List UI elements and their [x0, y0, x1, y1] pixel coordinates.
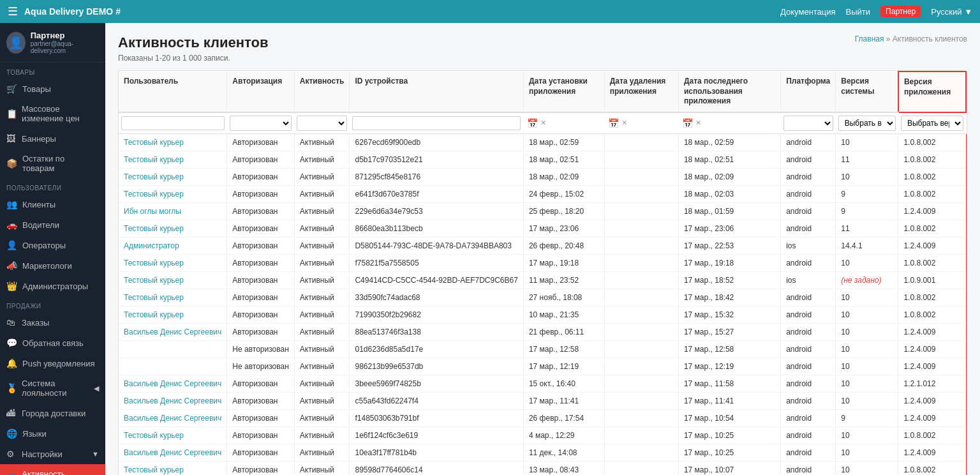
sidebar-item-client-activity[interactable]: 👤 Активность клиентов [0, 464, 105, 475]
col-header-install-date: Дата установки приложения [523, 72, 604, 112]
cell-activity: Активный [294, 306, 350, 323]
sidebar-item-cities[interactable]: 🏙 Города доставки [0, 403, 105, 423]
sidebar-item-operators[interactable]: 👤 Операторы [0, 235, 105, 255]
user-link[interactable]: Тестовый курьер [124, 224, 184, 233]
cell-user[interactable]: Тестовый курьер [119, 220, 227, 237]
cell-install-date: 17 мар., 19:18 [523, 254, 604, 271]
cell-user[interactable]: Тестовый курьер [119, 151, 227, 168]
sidebar-item-clients[interactable]: 👥 Клиенты [0, 194, 105, 215]
avatar: 👤 [6, 32, 26, 54]
cell-user[interactable]: Васильев Денис Сергеевич [119, 323, 227, 340]
user-link[interactable]: Тестовый курьер [124, 465, 184, 474]
cell-user[interactable]: Тестовый курьер [119, 254, 227, 271]
cell-install-date: 26 февр., 17:54 [523, 409, 604, 426]
cell-user[interactable]: Тестовый курьер [119, 271, 227, 289]
last-use-clear-icon[interactable]: ✕ [695, 119, 701, 127]
cell-platform: android [781, 323, 836, 340]
user-link[interactable]: Тестовый курьер [124, 276, 184, 285]
sidebar: 👤 Партнер partner@aqua-delivery.com Това… [0, 23, 105, 475]
sidebar-item-feedback[interactable]: 💬 Обратная связь [0, 333, 105, 353]
cell-user[interactable]: Тестовый курьер [119, 133, 227, 151]
user-link[interactable]: Администратор [124, 241, 179, 250]
cell-user[interactable]: Тестовый курьер [119, 426, 227, 444]
cell-auth: Авторизован [227, 271, 294, 289]
remove-date-calendar-icon[interactable]: 📅 [607, 117, 620, 130]
hamburger-icon[interactable]: ☰ [8, 4, 18, 19]
cell-last-use-date: 17 мар., 11:58 [678, 375, 780, 392]
exit-button[interactable]: Выйти [846, 7, 871, 17]
user-link[interactable]: Васильев Денис Сергеевич [124, 448, 221, 457]
user-link[interactable]: Тестовый курьер [124, 172, 184, 181]
sidebar-item-drivers[interactable]: 🚗 Водители [0, 215, 105, 235]
cell-remove-date [604, 375, 678, 392]
user-link[interactable]: Ибн оглы моглы [124, 207, 181, 216]
filter-app-version-select[interactable]: Выбрать версию... [901, 116, 963, 131]
user-link[interactable]: Васильев Денис Сергеевич [124, 328, 221, 336]
sidebar-item-mass-price[interactable]: 📋 Массовое изменение цен [0, 99, 105, 128]
sidebar-item-settings[interactable]: ⚙ Настройки ▼ [0, 444, 105, 464]
user-link[interactable]: Тестовый курьер [124, 259, 184, 268]
filter-user-input[interactable] [121, 116, 225, 130]
filter-platform-select[interactable] [783, 116, 833, 131]
cell-sys-version: 10 [836, 358, 898, 375]
user-link[interactable]: Васильев Денис Сергеевич [124, 396, 221, 405]
user-link[interactable]: Тестовый курьер [124, 310, 184, 319]
cell-user[interactable]: Васильев Денис Сергеевич [119, 375, 227, 392]
documentation-link[interactable]: Документация [780, 7, 836, 17]
filter-activity-select[interactable] [297, 116, 347, 131]
cell-auth: Не авторизован [227, 358, 294, 375]
cell-auth: Не авторизован [227, 340, 294, 358]
sidebar-item-languages[interactable]: 🌐 Языки [0, 423, 105, 444]
install-date-calendar-icon[interactable]: 📅 [526, 117, 539, 130]
cell-platform: android [781, 133, 836, 151]
settings-icon: ⚙ [6, 449, 17, 459]
breadcrumb-home[interactable]: Главная [855, 34, 884, 43]
sidebar-item-orders[interactable]: 🛍 Заказы [0, 312, 105, 333]
user-link[interactable]: Васильев Денис Сергеевич [124, 379, 221, 388]
sidebar-item-stock[interactable]: 📦 Остатки по товарам [0, 149, 105, 178]
col-header-remove-date: Дата удаления приложения [604, 72, 678, 112]
sidebar-item-banners[interactable]: 🖼 Баннеры [0, 128, 105, 149]
cell-platform: android [781, 306, 836, 323]
cell-sys-version: 10 [836, 133, 898, 151]
cell-auth: Авторизован [227, 168, 294, 185]
user-link[interactable]: Тестовый курьер [124, 138, 184, 147]
city-icon: 🏙 [6, 408, 17, 418]
cell-user[interactable]: Васильев Денис Сергеевич [119, 392, 227, 409]
filter-auth-select[interactable] [230, 116, 292, 131]
cell-user[interactable]: Тестовый курьер [119, 185, 227, 202]
user-link[interactable]: Тестовый курьер [124, 293, 184, 302]
cell-user[interactable]: Тестовый курьер [119, 289, 227, 306]
sidebar-item-loyalty[interactable]: 🏅 Система лояльности ◀ [0, 373, 105, 403]
cell-remove-date [604, 237, 678, 254]
cell-user[interactable]: Ибн оглы моглы [119, 202, 227, 220]
cell-app-version: 1.0.8.002 [898, 426, 966, 444]
cell-user[interactable]: Администратор [119, 237, 227, 254]
sidebar-item-marketers[interactable]: 📣 Маркетологи [0, 255, 105, 276]
user-link[interactable]: Тестовый курьер [124, 155, 184, 164]
language-selector[interactable]: Русский ▼ [931, 7, 972, 17]
cell-auth: Авторизован [227, 426, 294, 444]
sidebar-item-admins[interactable]: 👑 Администраторы [0, 276, 105, 296]
cell-user[interactable]: Тестовый курьер [119, 168, 227, 185]
cell-auth: Авторизован [227, 409, 294, 426]
cell-user[interactable]: Васильев Денис Сергеевич [119, 409, 227, 426]
sidebar-item-tovary[interactable]: 🛒 Товары [0, 79, 105, 99]
sidebar-item-push[interactable]: 🔔 Push уведомления [0, 353, 105, 373]
cell-activity: Активный [294, 289, 350, 306]
user-link[interactable]: Тестовый курьер [124, 431, 184, 440]
last-use-calendar-icon[interactable]: 📅 [681, 117, 694, 130]
install-date-clear-icon[interactable]: ✕ [540, 119, 546, 127]
cell-user[interactable]: Тестовый курьер [119, 306, 227, 323]
cell-install-date: 24 февр., 15:02 [523, 185, 604, 202]
cell-device-id: 10ea3f17ff781b4b [350, 444, 523, 461]
filter-cell-platform [781, 112, 836, 134]
filter-device-id-input[interactable] [352, 116, 521, 130]
remove-date-clear-icon[interactable]: ✕ [621, 119, 627, 127]
user-link[interactable]: Васильев Денис Сергеевич [124, 414, 221, 423]
user-link[interactable]: Тестовый курьер [124, 190, 184, 199]
cell-user[interactable]: Тестовый курьер [119, 461, 227, 475]
cell-user[interactable]: Васильев Денис Сергеевич [119, 444, 227, 461]
cell-device-id: 871295cf845e8176 [350, 168, 523, 185]
filter-sys-version-select[interactable]: Выбрать версию... [838, 116, 896, 131]
